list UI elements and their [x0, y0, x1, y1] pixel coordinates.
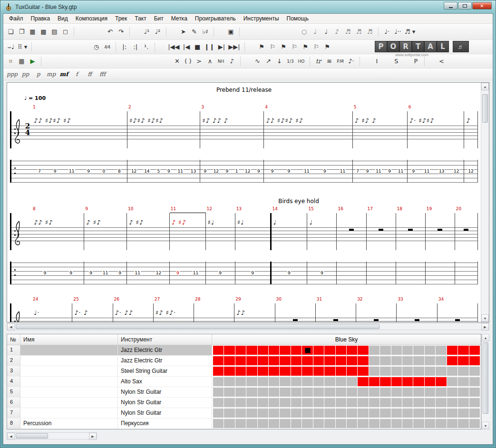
measure-cell[interactable] — [369, 398, 379, 407]
fret-number[interactable]: 1 — [235, 169, 239, 174]
measure-cell[interactable] — [469, 388, 480, 397]
track-instrument[interactable]: Nylon Str Guitar — [118, 408, 212, 418]
measure-cell[interactable] — [358, 398, 368, 407]
measure-cell[interactable] — [402, 388, 413, 397]
measure-cell[interactable] — [358, 419, 368, 428]
title-bar[interactable]: TuxGuitar - Blue Sky.gtp ✕ — [3, 0, 493, 13]
measure-cell[interactable] — [347, 356, 357, 365]
measure-cell[interactable] — [313, 388, 324, 397]
track-name[interactable] — [20, 366, 118, 376]
measure-cell[interactable] — [391, 346, 402, 355]
measure-cell[interactable] — [336, 388, 346, 397]
measure-6[interactable]: 6♪· ♯♪♯♪9111312 — [408, 105, 465, 183]
dynamic-fff-button[interactable]: fff — [96, 69, 109, 80]
new-file-button[interactable]: ❏ — [5, 26, 16, 37]
measure-15[interactable]: 15♩9 — [307, 206, 337, 284]
measure-cell[interactable] — [324, 388, 335, 397]
measure-cell[interactable] — [224, 346, 234, 355]
measure-cell[interactable] — [402, 346, 413, 355]
measure-cell[interactable] — [302, 398, 312, 407]
print-preview-button[interactable]: ◻ — [60, 26, 71, 37]
fret-number[interactable]: 12 — [131, 169, 137, 174]
measure-cell[interactable] — [447, 377, 457, 386]
measure-cell[interactable] — [369, 346, 379, 355]
fret-number[interactable]: 11 — [193, 271, 199, 275]
measure-cell[interactable] — [447, 367, 457, 376]
measure-cell[interactable] — [369, 367, 379, 376]
score-hscroll-thumb[interactable] — [16, 324, 379, 329]
measure-cell[interactable] — [369, 377, 379, 386]
measure-26[interactable]: 26♪· ♪♪ — [113, 297, 154, 322]
open-file-button[interactable]: ❐ — [16, 26, 27, 37]
measure-cell[interactable] — [425, 377, 435, 386]
sixteenth-note-button[interactable]: ♬ — [342, 26, 353, 37]
fret-number[interactable]: 9 — [118, 271, 122, 275]
menu-item-2[interactable]: Правка — [27, 14, 54, 23]
measure-cell[interactable] — [336, 409, 346, 418]
measure-cell[interactable] — [380, 398, 390, 407]
palm-mute-button[interactable]: P.M — [335, 56, 346, 67]
measure-17[interactable]: 17 — [367, 206, 396, 284]
measure-cell[interactable] — [258, 388, 268, 397]
measure-cell[interactable] — [224, 398, 234, 407]
measure-cell[interactable] — [291, 367, 301, 376]
measure-cell[interactable] — [313, 367, 324, 376]
measure-cell[interactable] — [324, 356, 335, 365]
flag-tool-button-6[interactable]: ⚐ — [311, 41, 322, 52]
measure-32[interactable]: 32 — [356, 297, 397, 322]
measure-cell[interactable] — [402, 398, 413, 407]
measure-cell[interactable] — [358, 409, 368, 418]
measure-cell[interactable] — [235, 377, 246, 386]
measure-cell[interactable] — [347, 346, 357, 355]
measure-cell[interactable] — [213, 398, 224, 407]
measure-cell[interactable] — [235, 419, 246, 428]
redo-button[interactable]: ↷ — [116, 26, 126, 37]
measure-cell[interactable] — [280, 346, 290, 355]
measure-cell[interactable] — [347, 398, 357, 407]
dotted-note-button[interactable]: ♩· — [381, 26, 392, 37]
measure-cell[interactable] — [458, 346, 468, 355]
fret-number[interactable]: 11 — [68, 169, 75, 174]
measure-19[interactable]: 19 — [426, 206, 455, 284]
track-name[interactable] — [20, 398, 118, 408]
measure-24[interactable]: 24♩· — [32, 297, 72, 322]
measure-cell[interactable] — [347, 388, 357, 397]
measure-cell[interactable] — [436, 388, 446, 397]
track-name[interactable] — [20, 408, 118, 418]
track-name[interactable] — [20, 377, 118, 387]
measure-3[interactable]: 3♯♪ ♪♪ ♪91291129 — [200, 105, 264, 183]
fret-number[interactable]: 11 — [375, 169, 381, 174]
measure-10[interactable]: 10♪ ♯♪1112 — [127, 206, 170, 284]
measure-cell[interactable] — [402, 409, 413, 418]
fret-number[interactable]: 9 — [411, 169, 415, 174]
measure-cell[interactable] — [413, 398, 424, 407]
track-instrument[interactable]: Jazz Electric Gtr — [118, 345, 212, 355]
measure-cell[interactable] — [224, 409, 234, 418]
quarter-note-button[interactable]: ♩ — [321, 26, 331, 37]
score-vscroll-thumb[interactable] — [482, 94, 488, 123]
fret-number[interactable]: 12 — [453, 169, 459, 174]
measure-cell[interactable] — [280, 398, 290, 407]
cursor-mode-button[interactable]: ➤ — [178, 26, 189, 37]
fret-number[interactable]: 11 — [424, 169, 430, 174]
measure-cell[interactable] — [258, 356, 268, 365]
repeat-close-button[interactable]: :| — [130, 41, 141, 52]
measure-30[interactable]: 30 — [275, 297, 316, 322]
fret-number[interactable]: 9 — [323, 169, 327, 174]
heavy-accentuated-note-button[interactable]: ∧ — [204, 56, 215, 67]
popping-button[interactable]: P — [410, 56, 421, 67]
measure-31[interactable]: 31 — [316, 297, 356, 322]
measure-cell[interactable] — [447, 398, 457, 407]
measure-34[interactable]: 34 — [438, 297, 478, 322]
fret-number[interactable]: 9 — [225, 169, 229, 174]
measure-cell[interactable] — [313, 377, 324, 386]
fretboard-button[interactable]: ⌗ — [5, 56, 16, 67]
measure-cell[interactable] — [402, 367, 413, 376]
measure-cell[interactable] — [436, 398, 446, 407]
tracks-scroll-left-arrow[interactable]: ◀ — [7, 433, 15, 440]
measure-cell[interactable] — [391, 356, 402, 365]
minimize-button[interactable] — [444, 2, 457, 10]
pen-mode-button[interactable]: ✎ — [189, 26, 200, 37]
measure-cell[interactable] — [324, 377, 335, 386]
measure-cell[interactable] — [280, 388, 290, 397]
